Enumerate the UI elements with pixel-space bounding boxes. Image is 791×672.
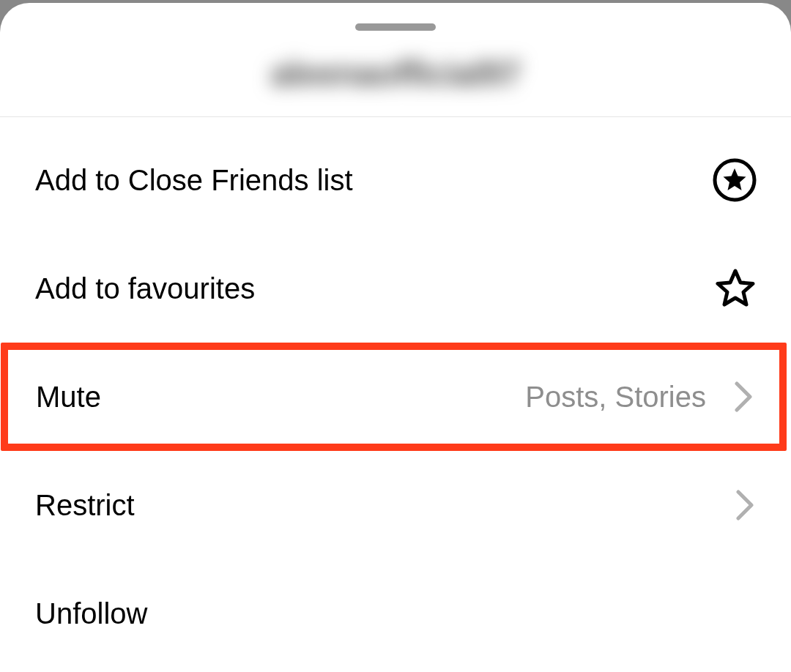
menu-label-unfollow: Unfollow — [35, 597, 147, 630]
chevron-right-icon — [732, 379, 756, 414]
menu-value-mute: Posts, Stories — [525, 381, 706, 414]
menu-item-restrict[interactable]: Restrict — [0, 451, 791, 559]
star-outline-icon — [713, 266, 757, 310]
menu-item-favourites[interactable]: Add to favourites — [0, 234, 791, 343]
sheet-header: aleenaofficial97 — [0, 31, 791, 117]
menu-item-unfollow[interactable]: Unfollow — [0, 559, 791, 668]
menu-right-mute: Posts, Stories — [525, 379, 756, 414]
menu-label-mute: Mute — [36, 381, 101, 414]
menu-list: Add to Close Friends list Add to favouri… — [0, 117, 791, 668]
sheet-title-username: aleenaofficial97 — [270, 53, 521, 94]
highlight-mute: Mute Posts, Stories — [1, 343, 787, 451]
star-circle-filled-icon — [712, 157, 757, 203]
menu-item-mute[interactable]: Mute Posts, Stories — [8, 350, 779, 444]
menu-label-favourites: Add to favourites — [35, 272, 255, 305]
chevron-right-icon — [734, 488, 757, 523]
drag-handle[interactable] — [355, 23, 436, 31]
menu-label-close-friends: Add to Close Friends list — [35, 164, 353, 197]
bottom-sheet: aleenaofficial97 Add to Close Friends li… — [0, 3, 791, 672]
menu-item-close-friends[interactable]: Add to Close Friends list — [0, 126, 791, 234]
menu-label-restrict: Restrict — [35, 489, 135, 522]
